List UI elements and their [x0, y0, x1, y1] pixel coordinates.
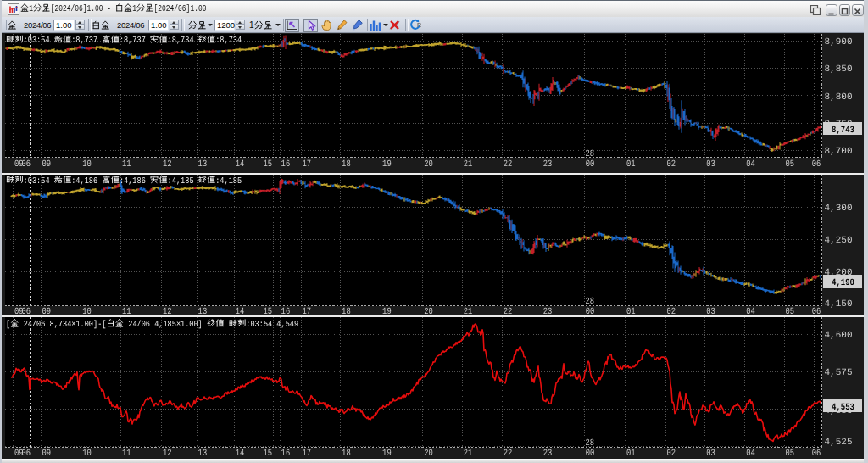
svg-text:02: 02	[667, 449, 676, 459]
svg-text:[: [	[6, 320, 10, 330]
svg-text:28: 28	[586, 297, 595, 307]
svg-text:[2024/06]1.00 -: [2024/06]1.00 -	[51, 4, 115, 14]
svg-text:23: 23	[543, 307, 553, 315]
svg-text:1.00]-[: 1.00]-[	[75, 320, 106, 330]
svg-text:21: 21	[464, 307, 473, 315]
svg-text:4,150: 4,150	[825, 299, 853, 310]
svg-text::4,186: :4,186	[120, 176, 150, 187]
svg-text:28: 28	[586, 438, 595, 449]
svg-text:20: 20	[424, 449, 433, 459]
svg-text:12: 12	[163, 449, 172, 459]
svg-text:13: 13	[198, 449, 208, 459]
svg-text:1: 1	[132, 4, 136, 14]
svg-text:06: 06	[22, 307, 31, 315]
svg-text::03:54 4,549: :03:54 4,549	[246, 320, 298, 330]
svg-text::8,734: :8,734	[168, 36, 198, 46]
svg-text:22: 22	[504, 307, 513, 315]
svg-text:22: 22	[504, 449, 513, 459]
svg-text:00: 00	[586, 449, 595, 459]
svg-text::03:54: :03:54	[24, 176, 54, 187]
svg-text:4,190: 4,190	[832, 278, 854, 288]
svg-text:01: 01	[626, 449, 636, 459]
svg-text:28: 28	[586, 149, 595, 159]
svg-text:13: 13	[198, 307, 208, 315]
svg-text:10: 10	[82, 159, 92, 170]
svg-text:04: 04	[746, 159, 755, 170]
svg-text:01: 01	[626, 307, 636, 315]
svg-text::4,185: :4,185	[168, 176, 198, 187]
svg-text:8,700: 8,700	[825, 147, 853, 157]
svg-text:18: 18	[342, 159, 351, 170]
svg-text:05: 05	[786, 449, 795, 459]
svg-text:22: 22	[504, 159, 513, 170]
svg-text:1: 1	[29, 4, 33, 14]
svg-text:24/06 8,734: 24/06 8,734	[19, 320, 72, 330]
svg-text:4,575: 4,575	[825, 368, 853, 378]
svg-text:16: 16	[281, 449, 291, 459]
svg-text:00: 00	[586, 159, 595, 170]
svg-text:11: 11	[122, 449, 131, 459]
svg-text:09: 09	[42, 307, 52, 315]
svg-text::4,185: :4,185	[215, 176, 242, 187]
svg-text:8,800: 8,800	[825, 92, 853, 103]
svg-text:09: 09	[42, 449, 52, 459]
svg-text:23: 23	[543, 449, 553, 459]
svg-text:06: 06	[812, 159, 821, 170]
svg-text:11: 11	[122, 307, 131, 315]
svg-text:17: 17	[303, 307, 312, 315]
svg-text:[2024/06]1.00: [2024/06]1.00	[154, 4, 207, 14]
svg-text:8,743: 8,743	[832, 126, 854, 136]
svg-text:19: 19	[382, 159, 392, 170]
svg-text:03: 03	[706, 449, 715, 459]
svg-text:05: 05	[786, 307, 795, 315]
svg-text::8,737: :8,737	[120, 36, 150, 46]
svg-text:15: 15	[264, 449, 273, 459]
svg-text:10: 10	[82, 307, 92, 315]
svg-text:8,900: 8,900	[825, 37, 853, 47]
svg-text::4,186: :4,186	[71, 176, 102, 187]
svg-text:11: 11	[122, 159, 131, 170]
svg-text:06: 06	[22, 449, 31, 459]
svg-text:16: 16	[281, 159, 291, 170]
svg-text:10: 10	[82, 449, 92, 459]
svg-text:4,600: 4,600	[825, 331, 853, 341]
svg-text:04: 04	[746, 307, 755, 315]
svg-text:03: 03	[706, 307, 715, 315]
svg-text:23: 23	[543, 159, 553, 170]
svg-text:18: 18	[342, 307, 351, 315]
svg-text:4,300: 4,300	[825, 204, 853, 214]
svg-text:R: R	[417, 22, 421, 28]
svg-text:02: 02	[667, 159, 676, 170]
svg-text:20: 20	[424, 307, 433, 315]
svg-text:19: 19	[382, 449, 392, 459]
svg-text:24/06 4,185: 24/06 4,185	[124, 320, 176, 330]
svg-text:17: 17	[303, 449, 312, 459]
svg-text:02: 02	[667, 307, 676, 315]
svg-text:21: 21	[464, 159, 473, 170]
svg-text:12: 12	[163, 159, 172, 170]
svg-text:15: 15	[264, 159, 273, 170]
svg-text:14: 14	[236, 307, 245, 315]
svg-text:8,850: 8,850	[825, 64, 853, 75]
svg-text::03:54: :03:54	[24, 36, 54, 46]
svg-text:14: 14	[236, 449, 245, 459]
svg-text:4,525: 4,525	[825, 438, 853, 448]
svg-text:03: 03	[706, 159, 715, 170]
svg-text:00: 00	[586, 307, 595, 315]
svg-text:20: 20	[424, 159, 433, 170]
svg-text:01: 01	[626, 159, 636, 170]
svg-text:13: 13	[198, 159, 208, 170]
svg-text:16: 16	[281, 307, 291, 315]
svg-text:05: 05	[786, 159, 795, 170]
svg-text:09: 09	[42, 159, 52, 170]
svg-text:14: 14	[236, 159, 245, 170]
svg-text:4,553: 4,553	[832, 403, 854, 413]
svg-text:21: 21	[464, 449, 473, 459]
svg-text:17: 17	[303, 159, 312, 170]
svg-text:06: 06	[812, 307, 821, 315]
svg-text::8,737: :8,737	[71, 36, 102, 46]
svg-text::8,734: :8,734	[215, 36, 242, 46]
svg-text:1.00]: 1.00]	[181, 320, 207, 330]
svg-text:19: 19	[382, 307, 392, 315]
svg-text:18: 18	[342, 449, 351, 459]
